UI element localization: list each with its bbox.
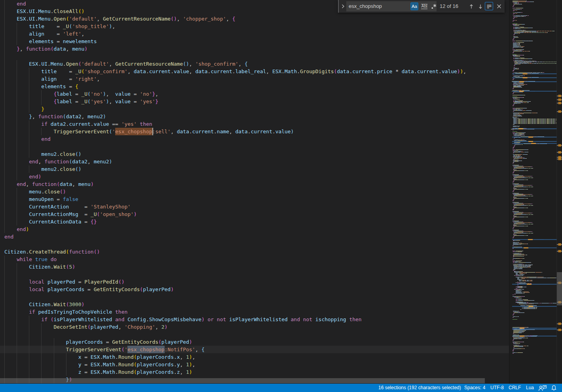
find-in-selection-toggle[interactable] [485,2,493,10]
indentation-status[interactable]: Spaces: 4 [464,384,485,392]
code-line[interactable]: menuOpen = false [0,195,509,203]
minimap-find-match-mark [524,248,528,248]
code-line[interactable]: end, function(data2, menu2) [0,158,509,165]
code-line[interactable] [0,53,509,60]
close-find-widget-button[interactable] [495,2,503,11]
minimap[interactable] [509,0,562,384]
code-line[interactable]: menu.close() [0,188,509,195]
eol-status[interactable]: CRLF [509,384,521,392]
minimap-selection-line [512,78,557,78]
minimap-find-match-mark [520,328,524,329]
code-line[interactable]: {label = _U('yes'), value = 'yes'} [0,98,509,105]
encoding-status[interactable]: UTF-8 [490,384,504,392]
whole-word-toggle[interactable]: Ab [420,2,428,10]
minimap-selection-line [512,328,557,329]
indent-guide [4,331,5,338]
code-line[interactable]: title = _U('shop_confirm', data.current.… [0,68,509,75]
code-line[interactable]: Citizen.Wait(3000) [0,301,509,308]
overview-ruler-match-mark [558,329,562,331]
code-line[interactable]: local playerPed = PlayerPedId() [0,278,509,286]
minimap-selection-line [512,74,557,74]
toggle-replace-button[interactable] [339,2,346,11]
code-line[interactable]: Citizen.Wait(5) [0,263,509,271]
code-line[interactable]: {label = _U('no'), value = 'no'}, [0,90,509,98]
code-line[interactable]: if data2.current.value == 'yes' then [0,120,509,128]
code-line[interactable]: elements = newelements [0,38,509,45]
feedback-smiley-icon [538,385,547,391]
code-line[interactable]: ESX.UI.Menu.Open('default', GetCurrentRe… [0,15,509,23]
code-line[interactable]: end [0,135,509,143]
code-line[interactable]: Citizen.CreateThread(function() [0,248,509,256]
code-line[interactable]: y = ESX.Math.Round(playerCoords.y, 1), [0,361,509,368]
minimap-find-match-mark [519,91,524,92]
find-widget-sash[interactable] [338,0,339,13]
code-line[interactable]: } [0,105,509,113]
overview-ruler-match-mark [558,158,562,160]
code-line[interactable]: TriggerServerEvent('esx_chopshop:NotifPo… [0,346,509,353]
code-line[interactable] [0,241,509,248]
minimap-find-match-mark [527,284,532,285]
code-line[interactable]: align = 'left', [0,30,509,38]
code-line[interactable] [0,271,509,278]
code-line[interactable]: TriggerServerEvent('esx_chopshop:sell', … [0,128,509,135]
notifications-bell-button[interactable] [551,385,557,391]
minimap-find-match-mark [519,81,524,82]
previous-match-button[interactable] [467,2,476,11]
horizontal-scrollbar[interactable] [0,378,485,383]
code-line[interactable]: ESX.UI.Menu.Open('default', GetCurrentRe… [0,60,509,68]
code-area[interactable]: end ESX.UI.Menu.CloseAll() ESX.UI.Menu.O… [0,0,509,384]
code-line[interactable]: }, function(data2, menu2) [0,113,509,120]
code-line[interactable]: end, function(data, menu) [0,180,509,188]
code-line[interactable]: end [0,233,509,241]
code-line[interactable]: menu2.close() [0,150,509,158]
code-line[interactable]: elements = { [0,83,509,90]
overview-ruler-match-mark [558,95,562,97]
code-line[interactable]: align = 'right', [0,75,509,83]
code-editor[interactable]: end ESX.UI.Menu.CloseAll() ESX.UI.Menu.O… [0,0,562,384]
code-line[interactable]: x = ESX.Math.Round(playerCoords.x, 1), [0,353,509,361]
code-line[interactable]: z = ESX.Math.Round(playerCoords.z, 1) [0,368,509,376]
code-line[interactable]: playerCoords = GetEntityCoords(playerPed… [0,338,509,346]
code-line[interactable]: DecorSetInt(playerPed, 'Chopping', 2) [0,323,509,331]
regex-toggle[interactable] [430,2,438,10]
overview-ruler-match-mark [558,243,562,246]
code-line[interactable]: CurrentActionData = {} [0,218,509,225]
vscode-window: {"window":{"app":"Visual Studio Code"},"… [0,0,562,392]
feedback-button[interactable] [538,385,546,391]
code-line[interactable] [0,331,509,338]
code-line[interactable]: local playerCoords = GetEntityCoords(pla… [0,286,509,293]
code-line[interactable]: if (isPlayerWhitelisted and Config.ShowC… [0,316,509,323]
vertical-scrollbar[interactable] [557,272,562,305]
bell-icon [551,385,557,391]
find-in-selection-icon [486,4,492,9]
code-line[interactable] [0,143,509,150]
match-case-toggle[interactable]: Aa [410,2,418,10]
overview-ruler-match-mark [558,151,562,153]
code-line[interactable] [0,293,509,301]
indent-guide [4,293,5,301]
status-bar: 16 selections (192 characters selected) … [0,384,562,392]
code-lines: end ESX.UI.Menu.CloseAll() ESX.UI.Menu.O… [0,0,509,383]
indent-guide [17,331,17,338]
code-line[interactable]: CurrentActionMsg = _U('open_shop') [0,210,509,218]
overview-ruler-match-mark [558,110,562,113]
code-line[interactable]: title = _U('shop_title'), [0,23,509,30]
code-line[interactable]: end) [0,173,509,180]
code-line[interactable]: CurrentAction = 'StanleyShop' [0,203,509,210]
code-line[interactable]: }, function(data, menu) [0,45,509,53]
selection-count-status[interactable]: 16 selections (192 characters selected) [378,384,461,392]
next-match-button[interactable] [476,2,485,11]
minimap-find-match-mark [523,78,528,78]
code-line[interactable]: end) [0,225,509,233]
text-cursor [152,128,153,135]
code-line[interactable]: if pedIsTryingToChopVehicle then [0,308,509,316]
code-line[interactable]: menu2.close() [0,165,509,173]
language-mode-status[interactable]: Lua [526,384,534,392]
chevron-right-icon [341,4,345,9]
indent-guide [29,331,29,338]
find-input[interactable]: esx_chopshop Aa Ab [346,1,437,11]
minimap-selection-line [512,336,557,337]
code-line[interactable]: while true do [0,256,509,263]
minimap-selection-line [512,284,557,285]
minimap-find-match-mark [523,74,528,74]
